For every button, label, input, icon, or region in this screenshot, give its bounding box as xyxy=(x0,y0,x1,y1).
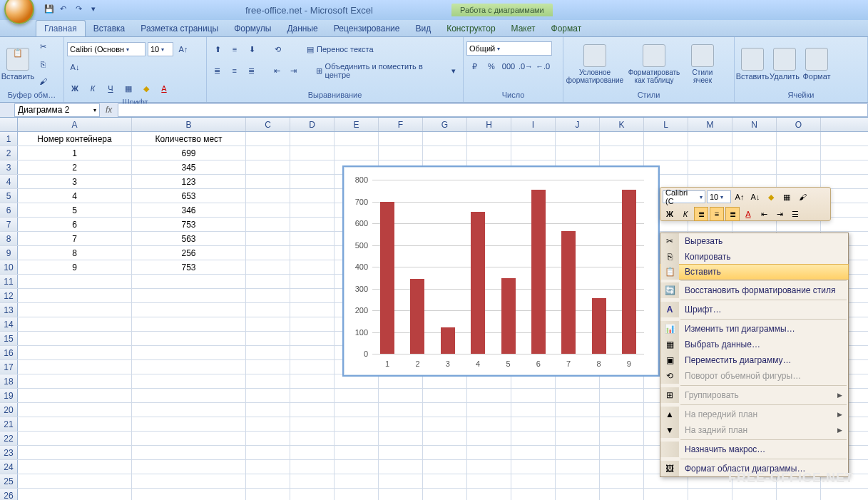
cell[interactable] xyxy=(600,403,644,417)
cell[interactable] xyxy=(467,389,511,402)
embedded-chart[interactable]: 0100200300400500600700800123456789 xyxy=(342,165,660,377)
cm-paste[interactable]: 📋Вставить xyxy=(660,264,849,280)
row-header[interactable]: 9 xyxy=(0,246,18,260)
row-header[interactable]: 21 xyxy=(0,417,18,431)
cell[interactable] xyxy=(335,132,379,146)
name-box[interactable]: Диаграмма 2 ▾ xyxy=(14,103,100,117)
cell[interactable]: 653 xyxy=(132,189,246,203)
tab-page-layout[interactable]: Разметка страницы xyxy=(133,21,226,36)
cm-change-chart-type[interactable]: 📊Изменить тип диаграммы… xyxy=(660,321,848,337)
cell[interactable] xyxy=(132,489,246,500)
cell[interactable] xyxy=(290,132,335,146)
cell[interactable] xyxy=(290,403,335,417)
cell[interactable] xyxy=(556,474,600,488)
cm-cut[interactable]: ✂Вырезать xyxy=(660,233,848,249)
cell[interactable] xyxy=(246,289,290,302)
mini-align-center-button[interactable]: ≡ xyxy=(710,207,724,221)
cell[interactable] xyxy=(467,474,511,488)
cell[interactable] xyxy=(290,346,335,359)
cell[interactable] xyxy=(644,132,688,146)
tab-insert[interactable]: Вставка xyxy=(86,21,133,36)
percent-icon[interactable]: % xyxy=(484,58,499,74)
chart-bar[interactable] xyxy=(441,327,455,354)
cell[interactable]: Количество мест xyxy=(132,132,246,146)
cell[interactable] xyxy=(335,403,379,417)
cell[interactable] xyxy=(732,132,777,146)
copy-icon[interactable]: ⎘ xyxy=(35,56,51,72)
mini-align-right-button[interactable]: ≣ xyxy=(725,207,740,221)
mini-bullets-icon[interactable]: ☰ xyxy=(788,207,802,221)
column-header-J[interactable]: J xyxy=(556,118,600,131)
cm-font[interactable]: AШрифт… xyxy=(660,302,848,317)
cell[interactable] xyxy=(379,474,423,488)
cell[interactable]: 4 xyxy=(18,189,132,203)
cell[interactable] xyxy=(246,474,290,488)
cell[interactable] xyxy=(467,132,511,146)
cell[interactable] xyxy=(290,389,335,402)
cell[interactable] xyxy=(688,132,732,146)
cell[interactable] xyxy=(246,303,290,317)
cell[interactable] xyxy=(18,489,132,500)
row-header[interactable]: 20 xyxy=(0,403,18,417)
cell[interactable]: 2 xyxy=(18,160,132,174)
mini-font-color-button[interactable]: A xyxy=(741,207,755,221)
row-header[interactable]: 22 xyxy=(0,432,18,445)
cell[interactable] xyxy=(246,360,290,374)
cell[interactable] xyxy=(246,218,290,231)
chart-bar[interactable] xyxy=(622,190,636,354)
tab-view[interactable]: Вид xyxy=(407,21,439,36)
mini-painter-icon[interactable]: 🖌 xyxy=(795,190,810,204)
cell[interactable] xyxy=(511,403,556,417)
row-header[interactable]: 2 xyxy=(0,146,18,160)
cell[interactable] xyxy=(467,417,511,431)
cell[interactable]: 5 xyxy=(18,203,132,217)
cell[interactable] xyxy=(246,346,290,359)
cell[interactable]: 7 xyxy=(18,232,132,245)
mini-bold-button[interactable]: Ж xyxy=(663,207,677,221)
column-header-H[interactable]: H xyxy=(467,118,511,131)
number-format-combo[interactable]: Общий▾ xyxy=(466,41,552,56)
cell[interactable] xyxy=(379,446,423,459)
cell[interactable] xyxy=(290,275,335,288)
format-as-table-button[interactable]: Форматировать как таблицу xyxy=(626,43,683,86)
qat-dropdown-icon[interactable]: ▾ xyxy=(91,4,103,16)
cell[interactable] xyxy=(511,474,556,488)
cell[interactable] xyxy=(423,489,467,500)
cell[interactable] xyxy=(777,132,821,146)
cell[interactable] xyxy=(379,417,423,431)
row-header[interactable]: 12 xyxy=(0,289,18,302)
align-center-icon[interactable]: ≡ xyxy=(227,63,242,78)
cell[interactable] xyxy=(556,432,600,445)
cell[interactable] xyxy=(511,432,556,445)
cell[interactable] xyxy=(732,160,777,174)
cell[interactable] xyxy=(423,403,467,417)
cell[interactable] xyxy=(246,460,290,474)
tab-formulas[interactable]: Формулы xyxy=(226,21,279,36)
cell[interactable] xyxy=(423,132,467,146)
cell[interactable] xyxy=(18,303,132,317)
row-header[interactable]: 24 xyxy=(0,460,18,474)
cell[interactable] xyxy=(777,489,821,500)
row-header[interactable]: 13 xyxy=(0,303,18,317)
cell[interactable] xyxy=(600,489,644,500)
mini-border-icon[interactable]: ▦ xyxy=(780,190,794,204)
cell[interactable] xyxy=(556,446,600,459)
cell[interactable] xyxy=(467,489,511,500)
cell[interactable] xyxy=(379,389,423,402)
cell[interactable] xyxy=(511,460,556,474)
cell[interactable] xyxy=(556,146,600,160)
cell[interactable] xyxy=(132,417,246,431)
cm-select-data[interactable]: ▦Выбрать данные… xyxy=(660,337,848,352)
row-header[interactable]: 3 xyxy=(0,160,18,174)
cell[interactable] xyxy=(246,332,290,345)
chart-bar[interactable] xyxy=(592,298,606,354)
row-header[interactable]: 6 xyxy=(0,203,18,217)
cell[interactable] xyxy=(246,189,290,203)
cm-move-chart[interactable]: ▣Переместить диаграмму… xyxy=(660,352,848,368)
shrink-font-icon[interactable]: A↓ xyxy=(67,59,83,75)
cell[interactable] xyxy=(467,146,511,160)
chart-bar[interactable] xyxy=(471,212,485,354)
cell[interactable] xyxy=(246,260,290,274)
column-header-G[interactable]: G xyxy=(423,118,467,131)
cell[interactable] xyxy=(246,489,290,500)
